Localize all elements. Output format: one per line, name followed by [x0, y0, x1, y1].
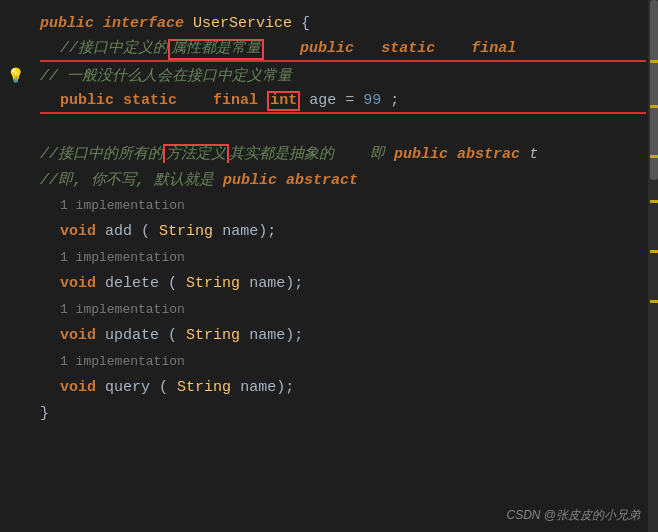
method-add: add: [105, 223, 132, 240]
code-line-1: public interface UserService {: [30, 15, 658, 32]
line-8: 1 implementation: [0, 192, 658, 218]
scroll-marker-6: [650, 300, 658, 303]
highlight-box-1: 属性都是常量: [168, 39, 264, 60]
keyword-final: final: [471, 40, 516, 57]
keyword-void-3: void: [60, 327, 96, 344]
type-string-1: String: [159, 223, 213, 240]
code-line-15: void query ( String name);: [30, 379, 658, 396]
line-6: //接口中的所有的方法定义其实都是抽象的 即 public abstrac t: [0, 140, 658, 166]
line-7: //即, 你不写, 默认就是 public abstract: [0, 166, 658, 192]
impl-label-1[interactable]: 1 implementation: [60, 198, 185, 213]
method-delete: delete: [105, 275, 159, 292]
method-query: query: [105, 379, 150, 396]
code-line-4: public static final int age = 99 ;: [30, 91, 658, 112]
bulb-icon[interactable]: 💡: [7, 67, 24, 84]
keyword-public: public: [40, 15, 94, 32]
scroll-marker-1: [650, 60, 658, 63]
code-line-16: }: [30, 405, 658, 422]
impl-label-4[interactable]: 1 implementation: [60, 354, 185, 369]
code-line-5: [30, 119, 658, 136]
code-line-14: 1 implementation: [30, 353, 658, 370]
code-line-11: void delete ( String name);: [30, 275, 658, 292]
code-line-10: 1 implementation: [30, 249, 658, 266]
line-5: [0, 114, 658, 140]
line-13: void update ( String name);: [0, 322, 658, 348]
scrollbar-thumb[interactable]: [650, 0, 658, 180]
line-wrapper-2: //接口中定义的属性都是常量 public static final: [0, 36, 658, 62]
scrollbar[interactable]: [648, 0, 658, 532]
line-12: 1 implementation: [0, 296, 658, 322]
scroll-marker-2: [650, 105, 658, 108]
watermark: CSDN @张皮皮的小兄弟: [506, 507, 640, 524]
keyword-void-1: void: [60, 223, 96, 240]
keyword-static: static: [381, 40, 435, 57]
line-3: 💡 // 一般没什么人会在接口中定义常量: [0, 62, 658, 88]
type-string-4: String: [177, 379, 231, 396]
code-editor: public interface UserService { //接口中定义的属…: [0, 0, 658, 532]
line-15: void query ( String name);: [0, 374, 658, 400]
type-string-2: String: [186, 275, 240, 292]
type-string-3: String: [186, 327, 240, 344]
line-14: 1 implementation: [0, 348, 658, 374]
code-line-13: void update ( String name);: [30, 327, 658, 344]
line-1: public interface UserService {: [0, 10, 658, 36]
highlight-box-int: int: [267, 91, 300, 112]
code-line-3: // 一般没什么人会在接口中定义常量: [30, 66, 658, 85]
impl-label-3[interactable]: 1 implementation: [60, 302, 185, 317]
keyword-void-4: void: [60, 379, 96, 396]
scroll-marker-5: [650, 250, 658, 253]
code-line-12: 1 implementation: [30, 301, 658, 318]
gutter-3: 💡: [0, 67, 30, 84]
line-2: //接口中定义的属性都是常量 public static final: [0, 36, 658, 62]
line-9: void add ( String name);: [0, 218, 658, 244]
line-16: }: [0, 400, 658, 426]
highlight-method: 方法定义: [163, 144, 229, 163]
scroll-marker-4: [650, 200, 658, 203]
code-line-2: //接口中定义的属性都是常量 public static final: [30, 38, 658, 60]
method-update: update: [105, 327, 159, 344]
code-line-9: void add ( String name);: [30, 223, 658, 240]
code-line-7: //即, 你不写, 默认就是 public abstract: [30, 170, 658, 189]
class-name: UserService: [193, 15, 292, 32]
keyword-public-static: public: [300, 40, 354, 57]
scroll-marker-3: [650, 155, 658, 158]
code-line-6: //接口中的所有的方法定义其实都是抽象的 即 public abstrac t: [30, 144, 658, 163]
line-4: public static final int age = 99 ;: [0, 88, 658, 114]
keyword-void-2: void: [60, 275, 96, 292]
line-11: void delete ( String name);: [0, 270, 658, 296]
impl-label-2[interactable]: 1 implementation: [60, 250, 185, 265]
code-line-8: 1 implementation: [30, 197, 658, 214]
line-10: 1 implementation: [0, 244, 658, 270]
keyword-interface: interface: [103, 15, 184, 32]
line-wrapper-4: public static final int age = 99 ;: [0, 88, 658, 114]
